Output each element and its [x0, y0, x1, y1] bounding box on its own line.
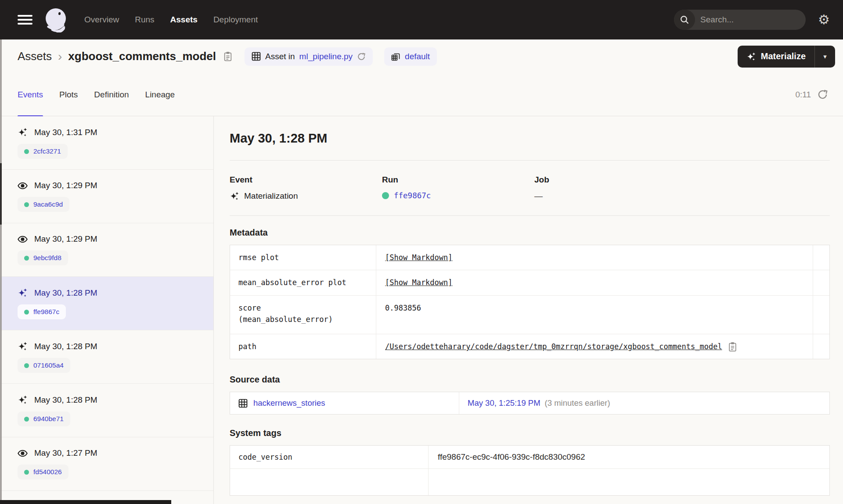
metadata-key: mean_absolute_error plot: [230, 270, 376, 295]
event-list: May 30, 1:31 PM 2cfc3271 May 30, 1:29 PM…: [0, 116, 214, 504]
observation-icon: [18, 235, 28, 244]
reload-location-icon[interactable]: [357, 52, 366, 61]
run-id-link[interactable]: 6940be71: [33, 415, 64, 423]
show-markdown-link[interactable]: [Show Markdown]: [385, 252, 453, 263]
window-edge-shadow: [0, 163, 2, 225]
tab-plots[interactable]: Plots: [59, 73, 78, 116]
event-type-value: Materialization: [244, 191, 298, 201]
run-status-dot: [24, 470, 29, 475]
asset-tabs: Events Plots Definition Lineage 0:11: [0, 73, 843, 116]
copy-path-icon[interactable]: [728, 342, 738, 352]
primary-nav: Overview Runs Assets Deployment: [84, 15, 258, 25]
metadata-key: rmse plot: [230, 245, 376, 270]
run-id-link[interactable]: 9ebc9fd8: [33, 254, 61, 262]
asset-grid-icon: [238, 399, 248, 408]
table-spacer-cell: [813, 296, 829, 334]
event-detail-title: May 30, 1:28 PM: [230, 131, 830, 146]
system-tags-table: code_version ffe9867c-ec9c-4f06-939c-f8d…: [230, 445, 830, 496]
chevron-down-icon: ▾: [823, 53, 827, 61]
run-id-tag[interactable]: 2cfc3271: [18, 144, 68, 159]
window-edge: [0, 39, 2, 504]
run-id-tag[interactable]: 071605a4: [18, 358, 70, 373]
source-timestamp-note: (3 minutes earlier): [545, 398, 610, 408]
table-row: [230, 468, 829, 495]
materialize-button[interactable]: Materialize: [738, 46, 814, 68]
event-detail-panel: May 30, 1:28 PM Event Materialization Ru…: [214, 116, 843, 504]
table-row: code_version ffe9867c-ec9c-4f06-939c-f8d…: [230, 446, 829, 468]
sparkle-icon: [746, 52, 756, 61]
top-nav-bar: Overview Runs Assets Deployment / ⚙: [0, 0, 843, 39]
event-list-item[interactable]: May 30, 1:29 PM 9ebc9fd8: [0, 223, 213, 277]
source-asset-link[interactable]: hackernews_stories: [253, 398, 325, 408]
run-id-tag[interactable]: fd540026: [18, 465, 68, 479]
system-tags-heading: System tags: [230, 428, 830, 438]
show-markdown-link[interactable]: [Show Markdown]: [385, 277, 453, 288]
tab-events[interactable]: Events: [18, 73, 43, 116]
job-column-label: Job: [534, 175, 687, 185]
event-timestamp: May 30, 1:28 PM: [34, 288, 97, 298]
run-id-tag[interactable]: ffe9867c: [18, 304, 66, 319]
system-tag-key: [230, 469, 429, 495]
window-bottom-edge: [0, 500, 171, 504]
event-list-item[interactable]: May 30, 1:29 PM 9aca6c9d: [0, 170, 213, 223]
system-tag-value: [429, 469, 829, 495]
breadcrumb-assets-link[interactable]: Assets: [18, 50, 52, 63]
materialization-icon: [18, 127, 28, 137]
materialization-icon: [18, 341, 28, 351]
asset-location-tag[interactable]: Asset in ml_pipeline.py: [245, 47, 373, 66]
run-id-link[interactable]: 2cfc3271: [33, 147, 61, 155]
run-id-tag[interactable]: 9aca6c9d: [18, 197, 69, 212]
search-icon: [674, 10, 695, 30]
table-row: mean_absolute_error plot [Show Markdown]: [230, 270, 829, 295]
run-id-link[interactable]: ffe9867c: [33, 308, 59, 316]
event-list-item[interactable]: May 30, 1:27 PM fd540026: [0, 437, 213, 491]
event-list-item[interactable]: May 30, 1:31 PM 2cfc3271: [0, 116, 213, 170]
materialization-icon: [230, 191, 239, 201]
nav-overview[interactable]: Overview: [84, 15, 119, 25]
tab-lineage[interactable]: Lineage: [145, 73, 175, 116]
nav-assets[interactable]: Assets: [170, 15, 198, 25]
copy-asset-name-icon[interactable]: [223, 51, 233, 61]
source-data-heading: Source data: [230, 375, 830, 385]
code-location-link[interactable]: ml_pipeline.py: [299, 52, 353, 61]
table-row: hackernews_stories May 30, 1:25:19 PM (3…: [230, 392, 829, 414]
search-input[interactable]: [695, 15, 806, 25]
group-tag[interactable]: default: [384, 47, 437, 66]
global-search[interactable]: /: [674, 10, 806, 30]
group-grid-icon: [391, 52, 400, 61]
dagster-logo-icon[interactable]: [44, 7, 69, 32]
run-status-dot: [24, 256, 29, 261]
source-timestamp-link[interactable]: May 30, 1:25:19 PM: [468, 398, 540, 408]
event-timestamp: May 30, 1:28 PM: [34, 395, 97, 405]
nav-deployment[interactable]: Deployment: [213, 15, 258, 25]
observation-icon: [18, 181, 28, 190]
run-status-dot: [24, 202, 29, 207]
materialization-icon: [18, 395, 28, 405]
run-id-link[interactable]: 9aca6c9d: [33, 200, 63, 208]
event-timestamp: May 30, 1:29 PM: [34, 234, 97, 244]
run-id-tag[interactable]: 9ebc9fd8: [18, 250, 68, 265]
tab-definition[interactable]: Definition: [94, 73, 129, 116]
event-list-item-selected[interactable]: May 30, 1:28 PM ffe9867c: [0, 277, 213, 330]
refresh-icon[interactable]: [817, 89, 828, 100]
asset-location-prefix: Asset in: [265, 52, 295, 61]
metadata-table: rmse plot [Show Markdown] mean_absolute_…: [230, 245, 830, 359]
menu-icon[interactable]: [18, 13, 32, 27]
group-tag-label[interactable]: default: [405, 52, 430, 61]
refresh-timer: 0:11: [795, 90, 811, 100]
materialize-dropdown-button[interactable]: ▾: [814, 46, 835, 68]
divider: [230, 160, 830, 161]
run-id-tag[interactable]: 6940be71: [18, 411, 70, 426]
event-list-item[interactable]: May 30, 1:28 PM 071605a4: [0, 330, 213, 384]
run-id-link[interactable]: fd540026: [33, 468, 62, 476]
asset-title: xgboost_comments_model: [68, 50, 216, 63]
run-id-link[interactable]: 071605a4: [33, 361, 64, 369]
storage-path-link[interactable]: /Users/odetteharary/code/dagster/tmp_0mz…: [385, 341, 722, 352]
event-list-item[interactable]: May 30, 1:28 PM 6940be71: [0, 384, 213, 437]
event-timestamp: May 30, 1:27 PM: [34, 448, 97, 458]
nav-runs[interactable]: Runs: [135, 15, 154, 25]
gear-icon[interactable]: ⚙: [818, 13, 830, 26]
event-column-label: Event: [230, 175, 382, 185]
run-id-link[interactable]: ffe9867c: [394, 191, 431, 200]
dagster-asset-page: Overview Runs Assets Deployment / ⚙ Asse…: [0, 0, 843, 504]
